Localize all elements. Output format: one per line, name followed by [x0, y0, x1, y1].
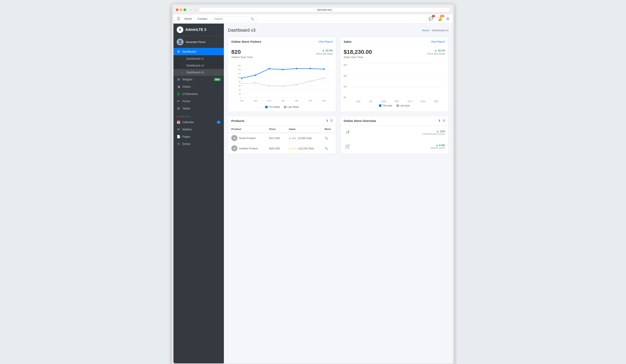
- nav-home-link[interactable]: Home: [183, 16, 194, 21]
- sidebar-item-pages[interactable]: 📄 Pages ›: [173, 133, 224, 140]
- visitors-stat: 820 Visitors Over Time: [231, 49, 253, 59]
- sales-stat: $18,230.00 Sales Over Time: [344, 49, 372, 59]
- svg-text:80: 80: [238, 81, 241, 83]
- download-button[interactable]: ⬇: [438, 119, 441, 123]
- menu-button[interactable]: ☰: [442, 119, 445, 123]
- product-cell: ⊖ Some Product: [228, 133, 266, 143]
- chat-icon: 💬: [429, 17, 433, 21]
- forward-button[interactable]: ›: [194, 8, 197, 12]
- sales-card-title: Sales: [344, 40, 352, 43]
- svg-point-28: [282, 69, 283, 70]
- dashboard-icon: ⊞: [177, 50, 180, 53]
- brand-logo: A: [177, 26, 183, 33]
- svg-point-26: [255, 74, 256, 76]
- svg-text:60: 60: [238, 85, 241, 87]
- messages-button[interactable]: 💬 3: [428, 16, 434, 22]
- back-button[interactable]: ‹: [189, 8, 193, 12]
- fullscreen-dot[interactable]: [184, 8, 186, 11]
- visitors-card: Online Store Visitors View Report 820 Vi…: [228, 37, 336, 112]
- grid-menu-button[interactable]: ⊞: [446, 17, 449, 21]
- svg-text:100: 100: [237, 76, 241, 79]
- table-header-row: Product Price Sales More: [228, 126, 336, 133]
- table-icon: ⊞: [177, 107, 180, 110]
- product-search-button[interactable]: 🔍: [325, 137, 328, 140]
- download-button[interactable]: ⬇: [326, 119, 329, 123]
- visitors-view-report-link[interactable]: View Report: [318, 40, 333, 43]
- sales-chart: $3k $2k $1k $0: [344, 63, 445, 103]
- table-row: ⊖ Some Product $13 USD ▲ 12% 12,000 Sold: [228, 133, 336, 143]
- chevron-right-icon: ›: [220, 85, 221, 88]
- sidebar-item-charts[interactable]: ◑ Charts ›: [173, 83, 224, 90]
- legend-this-year: This year: [379, 104, 392, 107]
- product-name: Another Product: [239, 147, 258, 150]
- sidebar-item-widgets[interactable]: ⊞ Widgets New: [173, 76, 224, 83]
- sales-header-row: $18,230.00 Sales Over Time ▲ 33.1% Since…: [344, 49, 445, 61]
- sidebar-item-dashboard-v1[interactable]: ○ Dashboard v1: [173, 55, 224, 62]
- sidebar-item-tables[interactable]: ⊞ Tables ›: [173, 105, 224, 112]
- examples-section-label: EXAMPLES: [173, 114, 224, 118]
- menu-button[interactable]: ☰: [330, 119, 333, 123]
- search-button[interactable]: 🔍: [249, 16, 256, 21]
- visitors-since: Since last week: [316, 52, 333, 55]
- svg-point-18: [241, 83, 242, 84]
- brand-name: AdminLTE 3: [185, 28, 206, 32]
- sales-rate-pct: ▲ 0.8%: [430, 144, 445, 147]
- card-tools: ⬇ ☰: [326, 119, 333, 123]
- legend-dot-gray: [396, 104, 399, 107]
- tree-icon: 🌲: [177, 92, 180, 96]
- visitors-header-row: 820 Visitors Over Time ▲ 12.5% Since las…: [231, 49, 333, 61]
- grid-line: [350, 63, 445, 63]
- svg-text:20th: 20th: [254, 100, 257, 102]
- dashboard-submenu: ○ Dashboard v1 ○ Dashboard v2 ○ Dashboar…: [173, 55, 224, 76]
- chevron-down-icon: ▾: [219, 50, 221, 53]
- product-more[interactable]: 🔍: [321, 143, 336, 154]
- minimize-dot[interactable]: [180, 8, 182, 11]
- circle-icon: ○: [181, 58, 184, 60]
- search-input[interactable]: [212, 16, 249, 21]
- user-name: Alexander Pierce: [186, 40, 205, 43]
- sidebar-item-label: Tables: [182, 107, 218, 110]
- legend-this-year-label: This year: [382, 104, 392, 107]
- table-row: ⊖ Another Product $29 USD ▼ 0.5% 123,234…: [228, 143, 336, 154]
- sidebar: A AdminLTE 3 👤 Alexander Pierce ⊞ Dashbo…: [173, 24, 224, 364]
- product-avatar: ⊖: [231, 135, 237, 141]
- sidebar-item-mailbox[interactable]: ✉ Mailbox ›: [173, 126, 224, 133]
- sidebar-item-extras[interactable]: ➕ Extras ›: [173, 140, 224, 147]
- browser-dots: [176, 8, 186, 11]
- visitors-pct: ▲ 12.5%: [322, 49, 333, 52]
- sales-view-report-link[interactable]: View Report: [431, 40, 445, 43]
- svg-text:22nd: 22nd: [267, 100, 271, 102]
- legend-dot-gray: [284, 106, 286, 108]
- breadcrumb: Home / Dashboard v3: [422, 29, 449, 32]
- product-search-button[interactable]: 🔍: [325, 147, 328, 150]
- sales-chart-legend: This year Last year: [344, 104, 445, 107]
- nav-contact-link[interactable]: Contact: [196, 16, 209, 21]
- visitors-card-title: Online Store Visitors: [231, 40, 261, 43]
- sidebar-item-label: Dashboard v2: [186, 64, 221, 67]
- svg-point-23: [310, 81, 311, 82]
- sidebar-item-calendar[interactable]: 📅 Calendar 2: [173, 118, 224, 126]
- sales-number: $18,230.00: [344, 49, 372, 55]
- sidebar-item-ui-elements[interactable]: 🌲 UI Elements ›: [173, 90, 224, 98]
- product-more[interactable]: 🔍: [321, 133, 336, 143]
- svg-point-29: [296, 68, 297, 69]
- address-bar[interactable]: adminlte.test: [199, 7, 450, 12]
- product-sales: ▼ 0.5% 123,234 Sold: [286, 143, 321, 154]
- sidebar-item-dashboard[interactable]: ⊞ Dashboard ▾: [173, 48, 224, 55]
- close-dot[interactable]: [176, 8, 178, 11]
- notifications-button[interactable]: 🔔 15: [437, 16, 443, 22]
- visitors-card-header: Online Store Visitors View Report: [228, 37, 336, 45]
- sidebar-item-dashboard-v2[interactable]: ○ Dashboard v2: [173, 62, 224, 69]
- legend-last-year-label: Last year: [400, 104, 410, 107]
- charts-icon: ◑: [177, 85, 180, 88]
- svg-text:24th: 24th: [281, 100, 285, 102]
- chevron-right-icon: ›: [220, 93, 221, 95]
- sidebar-item-forms[interactable]: ✏ Forms ›: [173, 98, 224, 105]
- sidebar-toggle[interactable]: ☰: [177, 16, 180, 21]
- app-wrapper: A AdminLTE 3 👤 Alexander Pierce ⊞ Dashbo…: [173, 24, 453, 364]
- legend-last-week-label: Last Week: [287, 106, 299, 109]
- conversion-rate-row: ↺ ▲ 12% CONVERSION RATE: [340, 126, 448, 140]
- breadcrumb-home[interactable]: Home: [422, 29, 429, 32]
- grid-line: [350, 75, 445, 75]
- sidebar-item-dashboard-v3[interactable]: ○ Dashboard v3: [173, 69, 224, 76]
